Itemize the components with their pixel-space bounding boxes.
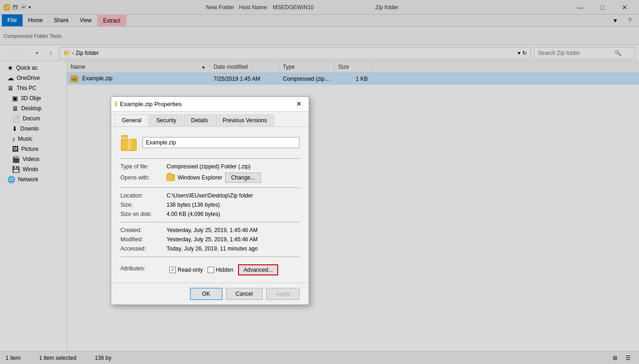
- prop-size-disk: Size on disk: 4.00 KB (4,096 bytes): [120, 211, 299, 217]
- dialog-info-icon: ℹ: [115, 100, 117, 107]
- created-value: Yesterday, July 25, 2019, 1:45:46 AM: [167, 227, 257, 233]
- modified-label: Modified:: [120, 236, 167, 243]
- type-value: Compressed (zipped) Folder (.zip): [167, 163, 251, 170]
- change-button[interactable]: Change...: [225, 173, 261, 183]
- prop-type: Type of file: Compressed (zipped) Folder…: [120, 163, 299, 170]
- modal-overlay: ℹ Example.zip Properties ✕ General Secur…: [0, 0, 639, 364]
- dialog-tab-general[interactable]: General: [115, 114, 149, 126]
- accessed-label: Accessed:: [120, 245, 167, 252]
- accessed-value: Today, July 26, 2019, 11 minutes ago: [167, 245, 258, 252]
- created-label: Created:: [120, 227, 167, 233]
- apply-button[interactable]: Apply: [266, 288, 299, 300]
- dialog-close-button[interactable]: ✕: [293, 98, 305, 110]
- file-name-input[interactable]: [143, 137, 299, 148]
- prop-location: Location: C:\Users\IEUser\Desktop\Zip fo…: [120, 192, 299, 199]
- attributes-section: Attributes: ✓ Read-only Hidden Advanced.…: [120, 262, 299, 275]
- prop-size: Size: 136 bytes (136 bytes): [120, 202, 299, 208]
- opens-with-row: Opens with: Windows Explorer Change...: [120, 173, 299, 183]
- dialog-footer: OK Cancel Apply: [111, 283, 309, 304]
- hidden-label: Hidden: [216, 267, 233, 273]
- prop-accessed: Accessed: Today, July 26, 2019, 11 minut…: [120, 245, 299, 252]
- dialog-tab-details[interactable]: Details: [184, 114, 215, 126]
- file-header: [120, 134, 299, 151]
- properties-dialog: ℹ Example.zip Properties ✕ General Secur…: [111, 96, 309, 305]
- readonly-checkbox[interactable]: ✓: [169, 267, 176, 273]
- dialog-title: Example.zip Properties: [120, 101, 290, 107]
- readonly-checkbox-item[interactable]: ✓ Read-only: [169, 267, 203, 273]
- location-value: C:\Users\IEUser\Desktop\Zip folder: [167, 192, 253, 199]
- opens-with-label: Opens with:: [120, 174, 167, 181]
- readonly-label: Read-only: [178, 267, 203, 273]
- explorer-icon: [167, 174, 175, 181]
- opens-with-content: Windows Explorer Change...: [167, 173, 299, 183]
- divider-2: [120, 187, 299, 188]
- attributes-row: ✓ Read-only Hidden Advanced...: [169, 264, 278, 275]
- cancel-button[interactable]: Cancel: [226, 288, 263, 300]
- dialog-titlebar: ℹ Example.zip Properties ✕: [111, 97, 309, 112]
- dialog-tab-security[interactable]: Security: [149, 114, 183, 126]
- zip-icon-large: [120, 134, 137, 151]
- divider-3: [120, 222, 299, 222]
- dialog-body: Type of file: Compressed (zipped) Folder…: [111, 127, 309, 283]
- location-label: Location:: [120, 192, 167, 199]
- opens-with-app: Windows Explorer: [178, 174, 222, 181]
- size-label: Size:: [120, 202, 167, 208]
- attributes-label: Attributes:: [120, 265, 167, 272]
- advanced-button[interactable]: Advanced...: [238, 264, 278, 275]
- divider-4: [120, 257, 299, 257]
- divider-1: [120, 158, 299, 159]
- hidden-checkbox[interactable]: [208, 267, 214, 273]
- prop-created: Created: Yesterday, July 25, 2019, 1:45:…: [120, 227, 299, 233]
- type-label: Type of file:: [120, 163, 167, 170]
- modified-value: Yesterday, July 25, 2019, 1:45:46 AM: [167, 236, 257, 243]
- size-disk-value: 4.00 KB (4,096 bytes): [167, 211, 220, 217]
- prop-modified: Modified: Yesterday, July 25, 2019, 1:45…: [120, 236, 299, 243]
- hidden-checkbox-item[interactable]: Hidden: [208, 267, 233, 273]
- ok-button[interactable]: OK: [190, 288, 222, 300]
- size-value: 136 bytes (136 bytes): [167, 202, 220, 208]
- dialog-tab-previous-versions[interactable]: Previous Versions: [216, 114, 274, 126]
- size-disk-label: Size on disk:: [120, 211, 167, 217]
- dialog-tabs: General Security Details Previous Versio…: [111, 112, 309, 127]
